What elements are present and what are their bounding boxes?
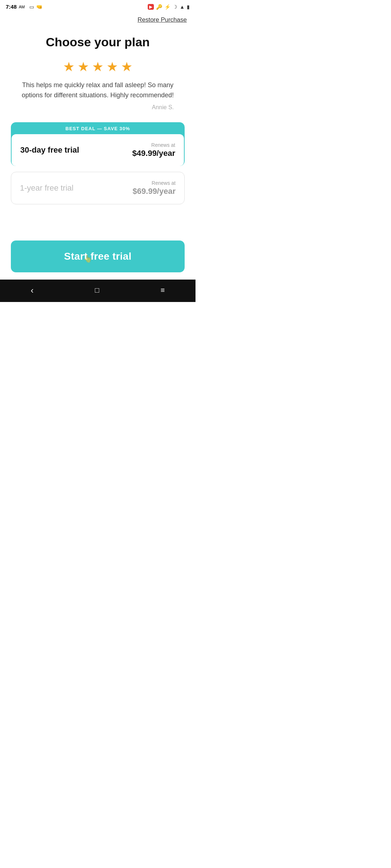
cta-row: Start free trial 👆 (0, 241, 196, 280)
start-free-trial-button[interactable]: Start free trial 👆 (11, 241, 185, 272)
cta-label: Start free trial (64, 251, 132, 262)
plan-card-selected[interactable]: BEST DEAL — SAVE 30% 30-day free trial R… (11, 122, 185, 166)
status-bar: 7:48 AM ▭ 🤜 ▶ 🔑 ⚡ ☽ ▲ ▮ (0, 0, 196, 12)
status-time: 7:48 (6, 4, 17, 10)
review-text: This helps me quickly relax and fall asl… (22, 80, 174, 101)
wifi-icon: ▲ (180, 4, 185, 10)
plan-badge-best-deal: BEST DEAL — SAVE 30% (12, 123, 184, 134)
page-title: Choose your plan (46, 35, 150, 49)
plan-price-unselected: $69.99/year (133, 187, 176, 196)
plans-container: BEST DEAL — SAVE 30% 30-day free trial R… (11, 122, 185, 204)
nav-home-button[interactable]: □ (95, 286, 99, 294)
bluetooth-icon: ⚡ (164, 4, 171, 10)
plan-price-block-unselected: Renews at $69.99/year (133, 180, 176, 196)
star-5: ★ (121, 59, 133, 75)
camera-icon: ▭ (29, 4, 34, 10)
nav-menu-button[interactable]: ≡ (161, 286, 165, 294)
star-2: ★ (77, 59, 89, 75)
plan-renews-at-selected: Renews at (132, 142, 175, 148)
plan-price-selected: $49.99/year (132, 149, 175, 158)
bottom-nav: ‹ □ ≡ (0, 280, 196, 302)
nav-back-button[interactable]: ‹ (31, 285, 34, 295)
star-3: ★ (92, 59, 104, 75)
plan-card-unselected[interactable]: 1-year free trial Renews at $69.99/year (11, 172, 185, 204)
record-icon: ▶ (148, 4, 154, 10)
plan-renews-at-unselected: Renews at (133, 180, 176, 186)
status-ampm: AM (19, 5, 25, 9)
reviewer-name: Annie S. (22, 104, 174, 111)
restore-purchase-row: Restore Purchase (0, 12, 196, 28)
plan-trial-label-selected: 30-day free trial (20, 145, 79, 155)
plan-card-inner-selected: 30-day free trial Renews at $49.99/year (12, 134, 184, 166)
stars-row: ★ ★ ★ ★ ★ (63, 59, 133, 75)
main-content: Choose your plan ★ ★ ★ ★ ★ This helps me… (0, 28, 196, 241)
battery-icon: ▮ (187, 4, 190, 10)
gesture-icon: 🤜 (36, 4, 42, 10)
plan-price-block-selected: Renews at $49.99/year (132, 142, 175, 158)
moon-icon: ☽ (173, 4, 177, 10)
plan-trial-label-unselected: 1-year free trial (20, 183, 73, 193)
restore-purchase-button[interactable]: Restore Purchase (138, 16, 187, 24)
star-1: ★ (63, 59, 75, 75)
star-4: ★ (106, 59, 118, 75)
key-icon: 🔑 (156, 4, 162, 10)
